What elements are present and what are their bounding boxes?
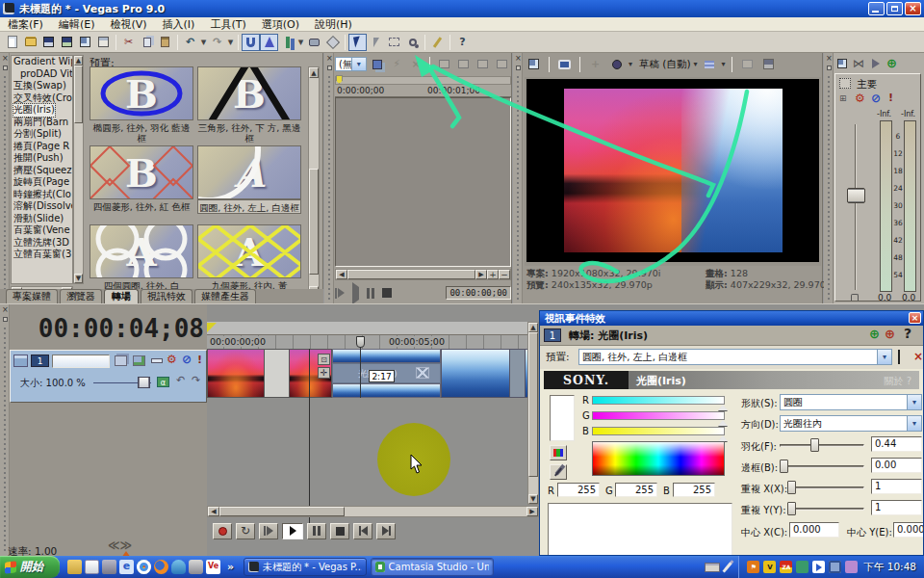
fx-preset-combo[interactable]: 圓圈, 往外, 左上, 白邊框▾ — [578, 349, 892, 365]
transition-list-item[interactable]: 擠壓(Squeez — [13, 165, 72, 177]
record-button[interactable] — [213, 523, 232, 539]
bus-routing-icon[interactable]: ⊞ — [839, 93, 847, 103]
av-streams-icon[interactable] — [369, 56, 386, 73]
trimmer-media-combo[interactable]: (無▾ — [335, 57, 367, 71]
trimmer-grip[interactable]: × — [324, 53, 334, 303]
border-slider[interactable] — [780, 465, 864, 468]
quicklaunch-ie-icon[interactable]: e — [119, 560, 134, 574]
downmix-icon[interactable]: ⋈ — [853, 57, 864, 70]
transition-list-item[interactable]: 分割(Split) — [13, 128, 72, 141]
trimmer-marker-bar[interactable] — [335, 76, 511, 85]
transition-list-item[interactable]: 百葉窗(Vene — [13, 224, 72, 237]
repeat-y-value-field[interactable]: 1 — [871, 500, 922, 515]
language-keyboard-icon[interactable] — [705, 563, 720, 572]
scroll-up-icon[interactable]: ▲ — [528, 323, 538, 332]
transition-list-vscrollbar[interactable]: ▲ ▼ — [73, 55, 84, 284]
dock-pin-icon[interactable] — [3, 317, 8, 322]
scroll-thumb[interactable] — [74, 66, 83, 123]
color-spectrum[interactable] — [592, 441, 725, 476]
preset-card[interactable]: B 四個菱形, 往外, 紅 色框 — [90, 145, 193, 212]
whats-this-help-icon[interactable]: ? — [453, 34, 472, 51]
center-x-value-field[interactable]: 0.000 — [789, 522, 839, 538]
event-sunset-thumb[interactable] — [207, 349, 265, 398]
scroll-down-icon[interactable]: ▼ — [528, 494, 538, 504]
transition-list-item[interactable]: 立體洗牌(3D — [13, 237, 72, 250]
tab-explorer[interactable]: 瀏覽器 — [60, 289, 102, 303]
task-button-camtasia[interactable]: Camtasia Studio - Unti... — [371, 558, 494, 576]
menu-options[interactable]: 選項(O) — [254, 17, 307, 32]
transition-list-item-selected[interactable]: 光圈(Iris) — [13, 104, 55, 117]
tray-update-icon[interactable] — [796, 561, 808, 573]
dock-close-icon[interactable]: × — [2, 55, 9, 63]
r-slider-handle[interactable] — [718, 405, 728, 410]
split-dropdown-icon[interactable]: ▾ — [722, 60, 726, 68]
trimmer-tool-icon[interactable] — [475, 56, 492, 73]
combo-dropdown-icon[interactable]: ▾ — [877, 350, 891, 364]
transition-list-item[interactable]: 旋轉頁(Page — [13, 176, 72, 189]
lock-envelopes-icon[interactable] — [305, 34, 323, 51]
dock-pin-icon[interactable] — [327, 66, 332, 70]
trimmer-tool-icon[interactable] — [435, 56, 452, 73]
feather-value-field[interactable]: 0.44 — [871, 436, 922, 452]
track-solo-icon[interactable]: ! — [197, 354, 202, 366]
transitions-grip[interactable]: × — [0, 53, 10, 303]
dock-pin-icon[interactable] — [827, 66, 832, 70]
quicklaunch-messenger-icon[interactable] — [171, 560, 186, 574]
menu-view[interactable]: 檢視(V) — [102, 17, 154, 32]
scroll-thumb[interactable] — [528, 332, 538, 477]
event-mountain-thumb[interactable] — [441, 349, 510, 398]
menu-tools[interactable]: 工具(T) — [202, 17, 253, 32]
dock-close-icon[interactable]: × — [326, 55, 333, 63]
combo-dropdown-icon[interactable]: ▾ — [351, 58, 366, 70]
preset-card[interactable]: B 三角形, 往外, 下 方, 黑邊框 — [197, 66, 301, 144]
scroll-left-icon[interactable]: ◀ — [208, 507, 219, 516]
quicklaunch-firefox-icon[interactable] — [154, 560, 168, 574]
ignore-grouping-icon[interactable] — [323, 34, 342, 51]
dock-pin-icon[interactable] — [516, 66, 521, 70]
master-fader-handle[interactable] — [847, 188, 865, 203]
scroll-up-icon[interactable]: ▲ — [309, 67, 319, 78]
stop-icon[interactable] — [382, 288, 392, 298]
preview-quality-value[interactable]: 草稿 (自動) — [639, 58, 691, 71]
tab-video-fx[interactable]: 視訊特效 — [141, 289, 192, 303]
timeline-marker-flag[interactable] — [207, 323, 217, 333]
restore-button[interactable] — [886, 2, 903, 15]
dock-close-icon[interactable]: × — [826, 55, 833, 63]
scroll-down-icon[interactable]: ▼ — [74, 274, 83, 283]
dock-close-icon[interactable]: × — [515, 55, 522, 63]
stop-button[interactable] — [330, 523, 349, 539]
preset-vscrollbar[interactable]: ▲ ▼ — [308, 66, 320, 298]
transition-list-item[interactable]: 滑動(Slide) — [13, 213, 72, 225]
track-compositing-icon[interactable] — [151, 358, 163, 363]
zoom-out-icon[interactable]: − — [499, 270, 510, 279]
track-level-handle[interactable] — [138, 377, 150, 388]
video-track-header[interactable]: 1 ⚙ ⊘ ! 大小: 100.0 % α ↶ ↷ — [10, 350, 207, 403]
quicklaunch-overflow-icon[interactable]: » — [227, 561, 234, 573]
scroll-thumb[interactable] — [309, 169, 319, 275]
scroll-up-icon[interactable]: ▲ — [74, 56, 83, 66]
tab-project-media[interactable]: 專案媒體 — [6, 289, 58, 303]
eyedropper-button[interactable] — [550, 464, 567, 480]
snapshot-icon[interactable] — [738, 56, 757, 73]
save-snapshot-icon[interactable] — [759, 56, 778, 73]
tab-media-generators[interactable]: 媒體產生器 — [194, 289, 256, 303]
palette-mode-button[interactable] — [550, 445, 567, 460]
quicklaunch-camera-icon[interactable] — [189, 560, 203, 574]
trimmer-tool-icon[interactable] — [494, 56, 511, 73]
tray-display-icon[interactable] — [829, 561, 841, 573]
paste-icon[interactable] — [156, 34, 174, 51]
scroll-left-icon[interactable]: ◀ — [336, 270, 347, 279]
event-selected-body[interactable] — [265, 349, 289, 398]
snap-toggle-icon[interactable] — [242, 34, 260, 51]
g-channel-slider[interactable] — [592, 411, 725, 420]
play-icon[interactable] — [352, 287, 359, 300]
tray-volume-icon[interactable] — [845, 561, 858, 573]
transition-list-item[interactable]: proDAD Vita — [13, 68, 72, 81]
auto-ripple-icon[interactable] — [278, 34, 296, 51]
transition-list-item[interactable]: 互換(Swap) — [13, 80, 72, 92]
quality-dropdown-icon[interactable]: ▾ — [694, 60, 698, 68]
loop-button[interactable]: ↻ — [236, 523, 255, 539]
trimmer-hscrollbar[interactable]: ◀ ▶ + − — [335, 269, 511, 280]
redo-dropdown-icon[interactable]: ▾ — [226, 34, 235, 51]
fx-dialog-close-button[interactable]: × — [909, 312, 921, 324]
